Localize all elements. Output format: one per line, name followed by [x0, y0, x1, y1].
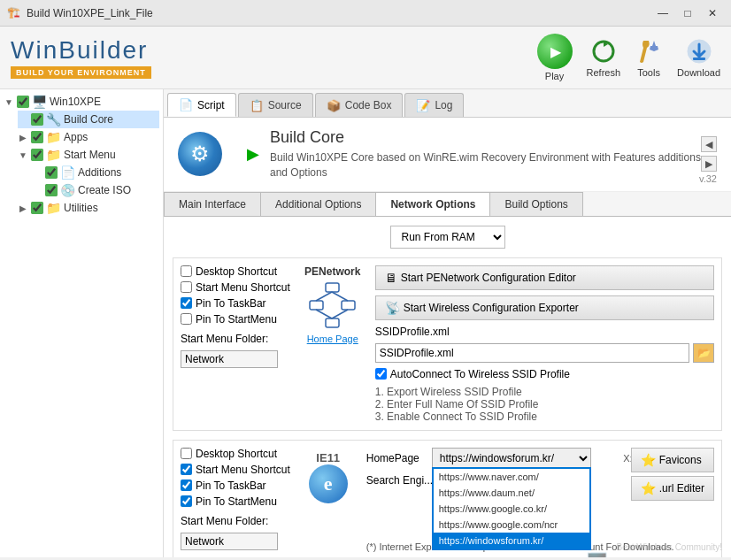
- pe-config-icon: 🖥: [385, 271, 397, 285]
- ie11-dropdown-item-3[interactable]: https://www.google.co.kr/: [434, 501, 589, 517]
- pe-wireless-icon: 📡: [385, 301, 400, 315]
- log-tab-icon: 📝: [416, 99, 430, 112]
- utilities-checkbox[interactable]: [31, 202, 43, 214]
- pe-pin-startmenu: Pin To StartMenu: [181, 313, 290, 326]
- pe-pin-taskbar-checkbox[interactable]: [181, 297, 192, 309]
- export-label-3: 3. Enable Connect To SSID Profile: [375, 410, 714, 423]
- ie-pin-taskbar-label: Pin To TaskBar: [196, 479, 266, 492]
- tab-codebox[interactable]: 📦 Code Box: [315, 93, 404, 117]
- ie-start-menu-shortcut: Start Menu Shortcut: [181, 464, 290, 476]
- options-tab-network[interactable]: Network Options: [375, 192, 490, 216]
- svg-line-9: [316, 310, 332, 318]
- pe-homepage-link[interactable]: Home Page: [307, 334, 358, 344]
- ssid-input[interactable]: [375, 343, 689, 363]
- sidebar-children: 🔧 Build Core ▶ 📁 Apps ▼ 📁 Start Menu: [4, 111, 159, 217]
- watermark-brand: Windows Forum: [612, 556, 722, 557]
- codebox-tab-icon: 📦: [327, 99, 341, 112]
- toolbar: WinBuilder BUILD YOUR ENVIRONMENT Play R…: [0, 27, 731, 89]
- tab-log-label: Log: [435, 99, 452, 111]
- ie-pin-startmenu-checkbox[interactable]: [181, 495, 192, 507]
- ssid-browse-btn[interactable]: 📂: [693, 343, 714, 363]
- ie11-dropdown: https://www.naver.com/ https://www.daum.…: [432, 467, 591, 550]
- tab-script[interactable]: 📄 Script: [167, 93, 236, 117]
- ie11-favicons-btn[interactable]: ⭐ Favicons: [631, 448, 714, 472]
- sidebar-item-build-core[interactable]: 🔧 Build Core: [18, 111, 159, 128]
- win10xpe-checkbox[interactable]: [17, 96, 29, 108]
- options-tab-build[interactable]: Build Options: [489, 192, 582, 216]
- title-bar: 🏗️ Build Win10XPE_Link_File — □ ✕: [0, 0, 731, 27]
- download-label: Download: [677, 67, 720, 78]
- ie-pin-taskbar-checkbox[interactable]: [181, 479, 192, 491]
- pe-wireless-label: Start Wireless Configuration Exporter: [404, 302, 579, 314]
- pe-config-editor-btn[interactable]: 🖥 Start PENetwork Configuration Editor: [375, 265, 714, 290]
- build-nav-prev[interactable]: ◀: [701, 136, 717, 152]
- run-from-select[interactable]: Run From RAM: [390, 226, 505, 249]
- logo-tagline: BUILD YOUR ENVIRONMENT: [11, 66, 151, 79]
- apps-checkbox[interactable]: [31, 131, 43, 143]
- build-nav-next[interactable]: ▶: [701, 156, 717, 172]
- play-action[interactable]: Play: [537, 34, 573, 81]
- options-tab-additional[interactable]: Additional Options: [260, 192, 376, 216]
- ie11-dropdown-item-1[interactable]: https://www.naver.com/: [434, 469, 589, 485]
- ie11-dropdown-item-5[interactable]: https://windowsforum.kr/: [434, 533, 589, 548]
- start-menu-checkbox[interactable]: [31, 149, 43, 161]
- ie11-label: IE11: [316, 451, 340, 464]
- pe-pin-startmenu-checkbox[interactable]: [181, 313, 192, 325]
- play-icon: [537, 34, 573, 69]
- ie11-dropdown-item-4[interactable]: https://www.google.com/ncr: [434, 517, 589, 533]
- build-version: v.32: [699, 173, 717, 184]
- start-menu-label: Start Menu: [64, 149, 116, 161]
- url-editer-label: .url Editer: [659, 482, 704, 495]
- sidebar-item-win10xpe[interactable]: ▼ 🖥️ Win10XPE: [4, 93, 159, 111]
- pe-network-box: PENetwork: [297, 265, 368, 423]
- tools-icon: [635, 37, 663, 65]
- sidebar-item-additions[interactable]: 📄 Additions: [32, 164, 159, 181]
- create-iso-checkbox[interactable]: [45, 184, 58, 196]
- tab-log[interactable]: 📝 Log: [404, 93, 464, 117]
- ie-start-menu-shortcut-label: Start Menu Shortcut: [196, 464, 290, 476]
- options-tab-main[interactable]: Main Interface: [164, 192, 261, 216]
- build-nav: ◀ ▶: [701, 136, 717, 172]
- sidebar-item-create-iso[interactable]: 💿 Create ISO: [32, 181, 159, 199]
- build-core-checkbox[interactable]: [31, 113, 43, 126]
- pe-folder-input[interactable]: Network: [181, 350, 278, 368]
- autoconnect-checkbox[interactable]: [375, 368, 387, 380]
- ie11-dropdown-item-2[interactable]: https://www.daum.net/: [434, 485, 589, 501]
- refresh-action[interactable]: Refresh: [587, 37, 621, 78]
- maximize-button[interactable]: □: [676, 4, 699, 22]
- tools-action[interactable]: Tools: [635, 37, 663, 78]
- ie-start-menu-shortcut-checkbox[interactable]: [181, 464, 192, 475]
- favicons-icon: ⭐: [641, 453, 656, 467]
- sidebar-item-utilities[interactable]: ▶ 📁 Utilities: [18, 199, 159, 217]
- pe-wireless-exporter-btn[interactable]: 📡 Start Wireless Configuration Exporter: [375, 295, 714, 320]
- ssid-input-row: 📂: [375, 343, 714, 363]
- ie11-homepage-label: HomePage: [366, 452, 428, 464]
- ie11-homepage-select-wrapper: https://windowsforum.kr/ https://www.nav…: [432, 448, 613, 469]
- sidebar-item-apps[interactable]: ▶ 📁 Apps: [18, 128, 159, 146]
- additions-checkbox[interactable]: [45, 166, 58, 179]
- window-controls: — □ ✕: [651, 4, 724, 22]
- utilities-label: Utilities: [64, 202, 98, 214]
- ie11-url-editer-btn[interactable]: ⭐ .url Editer: [631, 476, 714, 501]
- pe-pin-taskbar-label: Pin To TaskBar: [196, 297, 266, 310]
- win10xpe-label: Win10XPE: [50, 96, 101, 108]
- ie11-homepage-select[interactable]: https://windowsforum.kr/: [432, 448, 591, 469]
- pe-desktop-shortcut-checkbox[interactable]: [181, 265, 192, 277]
- autoconnect-row: AutoConnect To Wireless SSID Profile: [375, 368, 714, 380]
- pe-pin-taskbar: Pin To TaskBar: [181, 297, 290, 310]
- download-action[interactable]: Download: [677, 37, 720, 78]
- tab-source[interactable]: 📋 Source: [238, 93, 313, 117]
- minimize-button[interactable]: —: [651, 4, 674, 22]
- pe-start-menu-shortcut-checkbox[interactable]: [181, 281, 192, 293]
- close-button[interactable]: ✕: [701, 4, 724, 22]
- export-label-1: 1. Export Wireless SSID Profile: [375, 386, 714, 398]
- options-tabs: Main Interface Additional Options Networ…: [164, 192, 731, 217]
- run-from-row: Run From RAM: [173, 226, 722, 249]
- sidebar-item-start-menu[interactable]: ▼ 📁 Start Menu: [18, 146, 159, 164]
- build-play-button[interactable]: ▶: [247, 144, 259, 164]
- svg-rect-3: [326, 283, 339, 292]
- ie-desktop-shortcut-checkbox[interactable]: [181, 448, 192, 459]
- source-tab-icon: 📋: [250, 99, 264, 112]
- ie-folder-input[interactable]: [181, 533, 278, 550]
- ie-desktop-shortcut: Desktop Shortcut: [181, 448, 290, 460]
